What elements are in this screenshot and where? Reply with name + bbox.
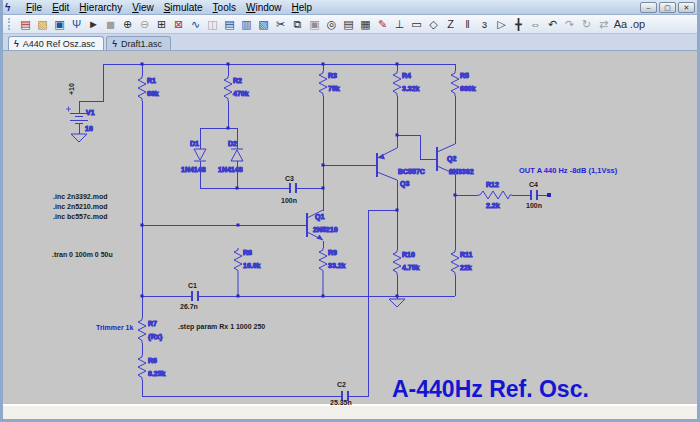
zoom-full-icon[interactable]: ⊠ bbox=[170, 16, 187, 32]
directive-tran[interactable]: .tran 0 100m 0 50u bbox=[52, 251, 113, 258]
spice-directive-icon[interactable]: .op bbox=[629, 16, 646, 32]
svg-text:C2: C2 bbox=[337, 381, 346, 388]
tile-horizontal-icon[interactable]: ▤ bbox=[221, 16, 238, 32]
ltspice-tab-icon: ϟ bbox=[112, 39, 117, 49]
sheet-title[interactable]: A-440Hz Ref. Osc. bbox=[392, 376, 589, 402]
ground-symbol-rail[interactable] bbox=[389, 299, 405, 307]
rotate-icon[interactable]: ↻ bbox=[578, 16, 595, 32]
schematic-tab[interactable]: ϟ A440 Ref Osz.asc bbox=[8, 36, 104, 50]
find-icon[interactable]: ◎ bbox=[323, 16, 340, 32]
drag-icon[interactable]: ⇔ bbox=[527, 16, 544, 32]
zoom-area-icon[interactable]: ⊞ bbox=[153, 16, 170, 32]
halt-icon[interactable]: ◼ bbox=[102, 16, 119, 32]
diode-D2[interactable]: D2 1N4148 bbox=[218, 140, 243, 173]
cut-icon[interactable]: ✂ bbox=[272, 16, 289, 32]
open-icon[interactable]: ▧ bbox=[34, 16, 51, 32]
menu-item[interactable]: Edit bbox=[47, 1, 74, 14]
capacitor-icon[interactable]: ‖ bbox=[459, 16, 476, 32]
resistor-R1[interactable]: R1 68k bbox=[138, 76, 159, 101]
resistor-R10[interactable]: R10 4.75k bbox=[393, 250, 420, 275]
menu-item[interactable]: Window bbox=[241, 1, 287, 14]
svg-text:D1: D1 bbox=[190, 140, 199, 147]
menu-item[interactable]: Tools bbox=[208, 1, 241, 14]
directive-inc1[interactable]: .inc 2n3392.mod bbox=[53, 193, 107, 200]
svg-text:26.7n: 26.7n bbox=[180, 303, 198, 310]
directive-inc2[interactable]: .inc 2n5210.mod bbox=[53, 203, 107, 210]
title-bar: ϟ FileEditHierarchyViewSimulateToolsWind… bbox=[3, 0, 697, 15]
zoom-out-icon[interactable]: ⊖ bbox=[136, 16, 153, 32]
svg-text:2N5210: 2N5210 bbox=[313, 226, 338, 233]
resistor-R6[interactable]: R6 8.25k bbox=[138, 355, 166, 380]
menu-item[interactable]: File bbox=[21, 1, 47, 14]
voltage-source-V1[interactable]: V1 10 bbox=[66, 107, 95, 135]
svg-text:R8: R8 bbox=[243, 249, 252, 256]
directive-inc3[interactable]: .inc bc557c.mod bbox=[53, 213, 107, 220]
svg-text:25.35n: 25.35n bbox=[330, 399, 352, 406]
resistor-R2[interactable]: R2 470k bbox=[224, 76, 249, 101]
redo-icon[interactable]: ↷ bbox=[561, 16, 578, 32]
port-icon[interactable]: ◇ bbox=[425, 16, 442, 32]
save-icon[interactable]: ▣ bbox=[51, 16, 68, 32]
resistor-R12[interactable]: R12 2.2k bbox=[478, 181, 512, 209]
print-preview-icon[interactable]: ▤ bbox=[340, 16, 357, 32]
tile-vertical-icon[interactable]: ▥ bbox=[238, 16, 255, 32]
resistor-R5[interactable]: R5 680k bbox=[451, 71, 476, 96]
label-icon[interactable]: ▭ bbox=[408, 16, 425, 32]
transistor-Q1[interactable]: Q1 2N5210 bbox=[307, 210, 338, 240]
paste-icon[interactable]: ▣ bbox=[306, 16, 323, 32]
diode-D1[interactable]: D1 1N4148 bbox=[181, 140, 206, 173]
schematic-canvas[interactable]: V1 10 +10 R1 68k R2 470k bbox=[3, 51, 697, 404]
move-icon[interactable]: ╋ bbox=[510, 16, 527, 32]
menu-item[interactable]: Hierarchy bbox=[74, 1, 127, 14]
restore-button[interactable]: ▢ bbox=[659, 2, 676, 13]
undo-icon[interactable]: ↶ bbox=[544, 16, 561, 32]
copy-icon[interactable]: ⧉ bbox=[289, 16, 306, 32]
schematic[interactable]: V1 10 +10 R1 68k R2 470k bbox=[3, 51, 697, 408]
mirror-icon[interactable]: ⇄ bbox=[595, 16, 612, 32]
waveform-icon[interactable]: ∿ bbox=[187, 16, 204, 32]
comment-trimmer[interactable]: Trimmer 1k bbox=[96, 324, 133, 331]
menu-item[interactable]: View bbox=[127, 1, 159, 14]
zoom-in-icon[interactable]: ⊕ bbox=[119, 16, 136, 32]
resistor-R9[interactable]: R9 33.2k bbox=[319, 248, 346, 296]
resistor-R8[interactable]: R8 16.9k bbox=[234, 248, 261, 296]
output-port[interactable] bbox=[547, 193, 551, 197]
net-label-plus10[interactable]: +10 bbox=[68, 83, 75, 95]
run-icon[interactable]: ► bbox=[85, 16, 102, 32]
new-schematic-icon[interactable]: ▤ bbox=[17, 16, 34, 32]
control-panel-icon[interactable]: Ψ bbox=[68, 16, 85, 32]
schematic-tab[interactable]: ϟ Draft1.asc bbox=[106, 36, 171, 50]
menu-item[interactable]: Simulate bbox=[159, 1, 208, 14]
menu-item[interactable]: Help bbox=[287, 1, 318, 14]
resistor-R11[interactable]: R11 22k bbox=[451, 250, 473, 275]
resistor-icon[interactable]: Z bbox=[442, 16, 459, 32]
directive-step[interactable]: .step param Rx 1 1000 250 bbox=[178, 323, 265, 331]
svg-text:R3: R3 bbox=[328, 72, 337, 79]
svg-text:2N3392: 2N3392 bbox=[449, 168, 474, 175]
capacitor-C3[interactable]: C3 100n bbox=[281, 175, 297, 204]
text-icon[interactable]: Aa bbox=[612, 16, 629, 32]
transistor-Q2[interactable]: Q2 2N3392 bbox=[437, 144, 474, 175]
svg-text:R9: R9 bbox=[328, 249, 337, 256]
svg-text:Q2: Q2 bbox=[447, 155, 456, 163]
close-button[interactable]: ✕ bbox=[678, 2, 695, 13]
wire-icon[interactable]: ✎ bbox=[374, 16, 391, 32]
diode-icon[interactable]: ▷ bbox=[493, 16, 510, 32]
transistor-Q3[interactable]: BC557C Q3 bbox=[377, 148, 425, 188]
cascade-icon[interactable]: ▧ bbox=[255, 16, 272, 32]
resistor-R7[interactable]: R7 {Rx} bbox=[138, 318, 163, 343]
svg-text:2.2k: 2.2k bbox=[486, 202, 500, 209]
minimize-button[interactable]: – bbox=[640, 2, 657, 13]
comment-output[interactable]: OUT A 440 Hz -8dB (1,1Vss) bbox=[519, 166, 618, 175]
menu-bar: FileEditHierarchyViewSimulateToolsWindow… bbox=[21, 1, 317, 14]
settings-icon[interactable]: ◫ bbox=[204, 16, 221, 32]
ground-symbol-v1[interactable] bbox=[71, 134, 87, 142]
ground-icon[interactable]: ⊥ bbox=[391, 16, 408, 32]
inductor-icon[interactable]: ɜ bbox=[476, 16, 493, 32]
svg-text:C3: C3 bbox=[285, 175, 294, 182]
print-icon[interactable]: ▦ bbox=[357, 16, 374, 32]
resistor-R3[interactable]: R3 75k bbox=[319, 71, 340, 96]
svg-text:{Rx}: {Rx} bbox=[148, 333, 163, 341]
capacitor-C2[interactable]: C2 25.35n bbox=[330, 381, 352, 406]
resistor-R4[interactable]: R4 3.32k bbox=[393, 71, 420, 96]
